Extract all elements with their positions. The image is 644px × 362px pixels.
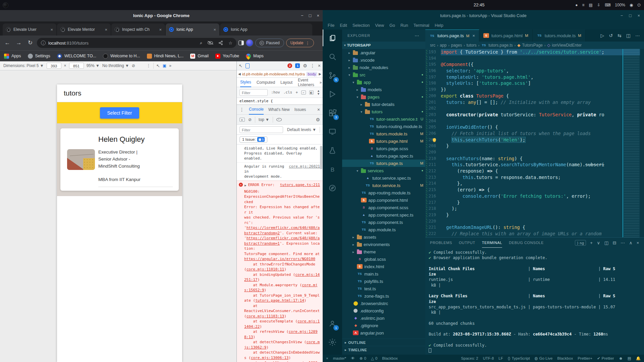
styles-tab-styles[interactable]: Styles xyxy=(240,78,251,87)
tray-icon[interactable]: ● xyxy=(575,0,578,10)
clear-console-icon[interactable]: ⊘ xyxy=(248,117,252,122)
console-filter-input[interactable]: Filter xyxy=(239,126,283,133)
tutor-card[interactable]: Helen Quigley Executive Director |Senior… xyxy=(60,128,179,191)
site-info-icon[interactable]: i xyxy=(41,41,46,45)
console-settings-icon[interactable]: ⚙ xyxy=(316,117,320,122)
explorer-item[interactable]: ▸.vscode xyxy=(342,56,425,64)
styles-tab-computed[interactable]: Computed xyxy=(257,80,275,85)
console-context-select[interactable]: top ▼ xyxy=(259,117,269,122)
forward-button[interactable]: → xyxy=(14,38,23,48)
tray-icon[interactable]: ⏻ xyxy=(638,0,641,10)
minimize-icon[interactable]: − xyxy=(301,10,304,21)
panel-tab-debug-console[interactable]: DEBUG CONSOLE xyxy=(509,241,544,245)
vscode-title-bar[interactable]: tutors.page.ts - tutorsApp - Visual Stud… xyxy=(323,10,644,21)
status-utf-8[interactable]: UTF-8 xyxy=(483,356,494,360)
devtools-menu-icon[interactable]: ⋮ xyxy=(310,63,315,68)
close-panel-icon[interactable]: × xyxy=(637,240,639,245)
status--[interactable]: 👁 xyxy=(351,356,355,361)
tray-icon[interactable]: ◉ xyxy=(630,0,633,10)
drawer-close-icon[interactable]: × xyxy=(317,107,320,112)
breadcrumb-item[interactable]: app xyxy=(440,43,446,48)
chrome-window-controls[interactable]: −□× xyxy=(301,10,319,21)
activity-scm-icon[interactable]: 5 xyxy=(323,67,342,84)
explorer-item[interactable]: Aangular.json xyxy=(342,329,425,337)
editor-tab[interactable]: TStutors.module.tsM xyxy=(533,29,586,42)
tray-icon[interactable]: ⇩ xyxy=(597,0,600,10)
live-expression-icon[interactable] xyxy=(276,118,282,121)
menu-view[interactable]: View xyxy=(373,22,386,28)
activity-remote-icon[interactable] xyxy=(323,123,342,140)
explorer-item[interactable]: 5app.component.html xyxy=(342,196,425,204)
device-throttling-select[interactable]: No throttling ▼ xyxy=(102,63,129,68)
system-tray[interactable]: ●≡▤⇩⌨100%◉⏻ xyxy=(575,0,641,10)
bookmark-item[interactable]: YouTube xyxy=(215,54,239,59)
bookmark-item[interactable]: Maps xyxy=(246,54,264,59)
more-tabs-chevron-icon[interactable]: » xyxy=(169,63,171,68)
console-sidebar-icon[interactable]: ▸ xyxy=(239,118,245,122)
maximize-icon[interactable]: □ xyxy=(629,10,632,21)
explorer-item[interactable]: ◆.gitignore xyxy=(342,322,425,329)
computed-sidebar-icon[interactable]: ◧ xyxy=(309,90,314,95)
devtools-issue-badge[interactable]: 1 xyxy=(295,63,300,68)
timeline-section[interactable]: ▸TIMELINE xyxy=(342,346,425,353)
activity-debug-icon[interactable] xyxy=(323,86,342,103)
bookmark-star-icon[interactable]: ☆ xyxy=(228,41,232,46)
minimize-icon[interactable]: − xyxy=(621,10,623,21)
menu-help[interactable]: Help xyxy=(432,22,446,28)
menu-edit[interactable]: Edit xyxy=(337,22,350,28)
tray-icon[interactable]: 100% xyxy=(615,0,625,10)
sync-paused-chip[interactable]: Paused xyxy=(255,39,284,47)
styles-scroll-arrows[interactable]: ▲▼ xyxy=(317,89,320,96)
editor-tab[interactable]: TStutors.page.tsM× xyxy=(425,29,479,42)
expand-caret-icon[interactable]: ▶ xyxy=(245,183,246,188)
breadcrumb-element[interactable]: id.plt-mobile.plt-mobileweb.md.hydrated xyxy=(242,72,305,76)
inspect-cursor-icon[interactable]: ↖ xyxy=(156,63,160,68)
bookmark-item[interactable]: Hindi News, L... xyxy=(147,54,184,59)
tab-close-icon[interactable]: × xyxy=(213,27,216,32)
menu-file[interactable]: File xyxy=(325,22,337,28)
browser-tab[interactable]: Elevate User× xyxy=(3,23,56,36)
toggle-element-state-icon[interactable]: ⌐ xyxy=(301,90,306,95)
explorer-item[interactable]: ▸models xyxy=(342,86,425,93)
status-prettier[interactable]: ✔Prettier xyxy=(597,356,614,361)
outline-section[interactable]: ▸OUTLINE xyxy=(342,339,425,346)
select-filter-button[interactable]: Select Filter xyxy=(100,107,140,119)
zoom-icon[interactable]: ⌕ xyxy=(200,40,202,46)
activity-gear-icon[interactable] xyxy=(323,334,342,351)
run-icon[interactable]: ▷ xyxy=(601,33,604,38)
explorer-item[interactable]: ▸node_modules xyxy=(342,64,425,71)
explorer-item[interactable]: TStutors-routing.module.ts xyxy=(342,123,425,130)
terminal-output[interactable]: ✔ Compiled successfully.✔ Browser applic… xyxy=(425,248,644,354)
browser-tab[interactable]: Ionic App× xyxy=(166,23,219,36)
tab-close-icon[interactable]: × xyxy=(472,33,475,38)
bookmark-item[interactable]: Welcome to H... xyxy=(103,54,140,59)
explorer-item[interactable]: ▸assets xyxy=(342,233,425,241)
styles-tab-layout[interactable]: Layout xyxy=(280,80,292,85)
status-lf[interactable]: LF xyxy=(498,356,503,360)
device-toolbar-menu-icon[interactable]: ⋮ xyxy=(147,63,151,68)
bookmark-item[interactable]: Settings xyxy=(28,54,50,59)
activity-compass-icon[interactable] xyxy=(323,180,342,196)
split-terminal-icon[interactable]: ◫ xyxy=(604,240,609,245)
hov-toggle[interactable]: :hov xyxy=(271,90,280,95)
breadcrumb-item[interactable]: TutorsPage xyxy=(522,43,543,48)
kill-terminal-icon[interactable]: ⊟ xyxy=(613,240,617,245)
explorer-item[interactable]: ▸theme xyxy=(342,248,425,255)
activity-account-icon[interactable]: 1 xyxy=(323,315,342,332)
vscode-window-controls[interactable]: −□× xyxy=(621,10,640,21)
panel-tab-terminal[interactable]: TERMINAL xyxy=(482,238,502,248)
explorer-item[interactable]: ▾app● xyxy=(342,78,425,86)
device-dimensions-select[interactable]: Dimensions: Pixel 5 ▼ xyxy=(3,63,44,68)
devtools-close-icon[interactable]: × xyxy=(318,63,321,68)
console-source-link[interactable]: core.mjs:26021 xyxy=(289,164,320,169)
device-toggle-icon[interactable]: ▣ xyxy=(163,63,166,68)
tab-issues[interactable]: Issues xyxy=(294,107,306,112)
status--[interactable]: × xyxy=(326,356,328,361)
sync-icon[interactable]: ⇆ xyxy=(618,33,622,38)
explorer-item[interactable]: ▸tutor-details xyxy=(342,101,425,108)
system-clock[interactable]: 22:45 xyxy=(474,2,485,7)
explorer-item[interactable]: ▸.angular xyxy=(342,49,425,56)
panel-tab-problems[interactable]: PROBLEMS xyxy=(430,241,452,245)
split-editor-icon[interactable]: ◫ xyxy=(626,33,631,38)
status-0[interactable]: ⊗0 xyxy=(360,356,366,361)
